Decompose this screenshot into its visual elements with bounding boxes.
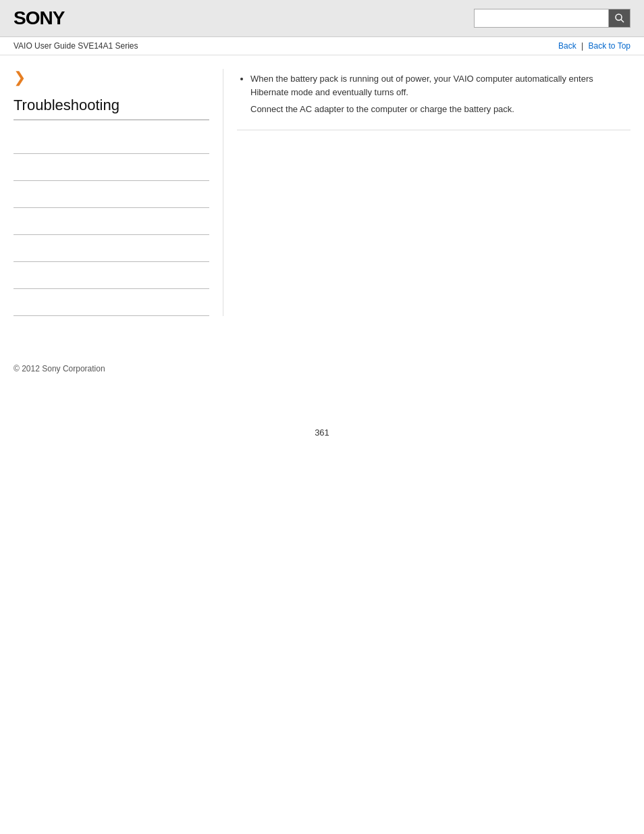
search-button[interactable] [609, 9, 630, 28]
content-area: When the battery pack is running out of … [223, 69, 630, 316]
back-to-top-link[interactable]: Back to Top [589, 41, 630, 51]
list-item [14, 235, 209, 262]
sidebar-link-6[interactable] [14, 271, 16, 280]
sidebar-link-1[interactable] [14, 136, 16, 145]
section-title: Troubleshooting [14, 97, 209, 120]
page-number: 361 [0, 427, 644, 451]
content-subtext: Connect the AC adapter to the computer o… [237, 103, 630, 116]
sidebar-link-5[interactable] [14, 244, 16, 253]
nav-separator: | [581, 41, 583, 51]
sidebar-links [14, 127, 209, 316]
sidebar-link-3[interactable] [14, 190, 16, 199]
content-list: When the battery pack is running out of … [237, 72, 630, 99]
sidebar-link-4[interactable] [14, 217, 16, 226]
nav-bar: VAIO User Guide SVE14A1 Series Back | Ba… [0, 37, 644, 55]
chevron-icon: ❯ [14, 69, 26, 86]
guide-title: VAIO User Guide SVE14A1 Series [14, 41, 138, 51]
copyright-text: © 2012 Sony Corporation [14, 364, 105, 373]
search-input[interactable] [474, 9, 609, 28]
list-item [14, 154, 209, 181]
sony-logo: SONY [14, 7, 64, 29]
nav-links: Back | Back to Top [558, 41, 630, 51]
back-link[interactable]: Back [558, 41, 576, 51]
svg-line-1 [621, 20, 624, 22]
list-item [14, 181, 209, 208]
sidebar: ❯ Troubleshooting [14, 69, 223, 316]
search-container [474, 9, 630, 28]
sidebar-link-2[interactable] [14, 163, 16, 172]
svg-point-0 [616, 14, 622, 20]
list-item [14, 262, 209, 289]
list-item [14, 289, 209, 316]
list-item [14, 208, 209, 235]
search-icon [614, 13, 625, 24]
sidebar-link-7[interactable] [14, 298, 16, 307]
content-bullet: When the battery pack is running out of … [250, 72, 630, 99]
main-content: ❯ Troubleshooting [0, 55, 644, 330]
header: SONY [0, 0, 644, 37]
footer: © 2012 Sony Corporation [0, 350, 644, 387]
content-divider [237, 130, 630, 130]
list-item [14, 127, 209, 154]
